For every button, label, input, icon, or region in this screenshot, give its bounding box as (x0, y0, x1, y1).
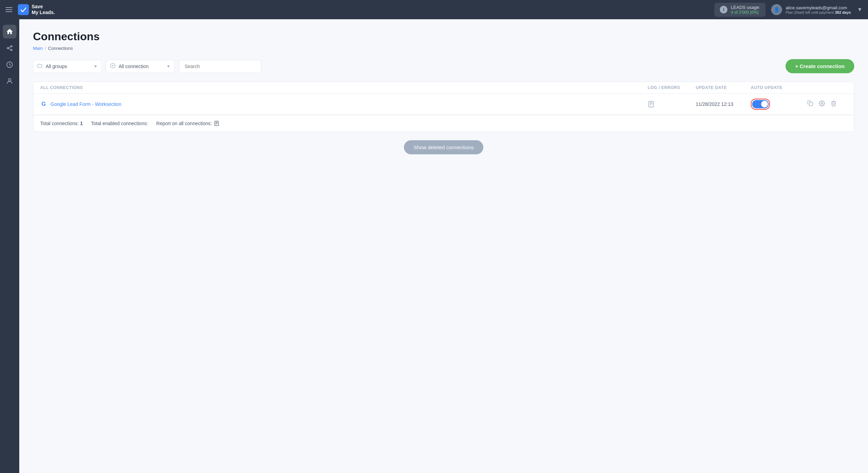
table-header: ALL CONNECTIONS LOG / ERRORS UPDATE DATE… (33, 82, 854, 94)
navbar-user: 👤 alice.savemyleads@gmail.com Plan |Star… (771, 4, 862, 15)
sidebar-item-billing[interactable] (3, 58, 17, 72)
connection-filter-wrapper: All connection ▼ (106, 60, 175, 73)
header-update-date: UPDATE DATE (696, 85, 751, 90)
auto-update-toggle-container (751, 99, 770, 110)
user-menu-chevron[interactable]: ▼ (857, 7, 862, 13)
header-connections: ALL CONNECTIONS (40, 85, 648, 90)
leads-usage-text: LEADS usage: 4 of 2'000 (0%) (731, 5, 760, 15)
search-wrapper (179, 60, 261, 73)
breadcrumb-separator: / (45, 46, 46, 51)
show-deleted-button[interactable]: Show deleted connections (404, 140, 483, 154)
page-title: Connections (33, 30, 854, 43)
breadcrumb-current: Connections (48, 46, 73, 51)
hamburger-menu[interactable] (6, 6, 12, 13)
toggle-knob (761, 101, 768, 108)
app-logo: Save My Leads. (18, 4, 55, 15)
logo-icon (18, 4, 29, 15)
duplicate-icon[interactable] (806, 99, 815, 109)
report-link[interactable]: Report on all connections: (156, 121, 220, 126)
svg-point-5 (11, 50, 12, 51)
svg-point-17 (821, 103, 823, 104)
avatar: 👤 (771, 4, 782, 15)
sidebar-item-account[interactable] (3, 74, 17, 88)
settings-icon[interactable] (817, 99, 826, 109)
header-auto-update: AUTO UPDATE (751, 85, 806, 90)
connection-name-link[interactable]: G Google Lead Form - Worksection (40, 101, 648, 108)
info-icon: i (720, 6, 727, 13)
svg-rect-2 (6, 11, 12, 12)
total-connections-label: Total connections: 1 (40, 121, 83, 126)
log-icon[interactable] (648, 101, 696, 108)
svg-point-3 (7, 47, 9, 49)
total-enabled-label: Total enabled connections: (91, 121, 148, 126)
table-footer: Total connections: 1 Total enabled conne… (33, 115, 854, 132)
row-actions (806, 99, 847, 109)
sidebar-item-connections[interactable] (3, 41, 17, 55)
leads-usage: i LEADS usage: 4 of 2'000 (0%) (714, 3, 766, 17)
groups-select[interactable]: All groups (33, 60, 102, 73)
svg-point-9 (8, 79, 11, 81)
create-connection-button[interactable]: + Create connection (785, 59, 854, 73)
svg-point-4 (11, 46, 12, 47)
breadcrumb-main-link[interactable]: Main (33, 46, 43, 51)
table-row: G Google Lead Form - Worksection 11/28/2… (33, 94, 854, 115)
google-icon: G (40, 101, 47, 108)
svg-rect-16 (809, 102, 813, 106)
navbar: Save My Leads. i LEADS usage: 4 of 2'000… (0, 0, 868, 19)
sidebar-item-home[interactable] (3, 25, 17, 38)
auto-update-cell (751, 99, 806, 110)
header-actions (806, 85, 847, 90)
layout: Connections Main / Connections All group… (0, 19, 868, 473)
user-info: alice.savemyleads@gmail.com Plan |Start|… (785, 5, 851, 14)
app-name: Save My Leads. (32, 4, 55, 15)
auto-update-toggle[interactable] (752, 100, 769, 108)
toolbar: All groups ▼ All connection ▼ (33, 59, 854, 73)
svg-rect-1 (6, 9, 12, 10)
svg-line-7 (8, 48, 11, 50)
connection-filter-select[interactable]: All connection (106, 60, 175, 73)
update-date: 11/28/2022 12:13 (696, 101, 751, 107)
header-log-errors: LOG / ERRORS (648, 85, 696, 90)
search-input[interactable] (179, 60, 261, 73)
groups-dropdown-wrapper: All groups ▼ (33, 60, 102, 73)
main-content: Connections Main / Connections All group… (19, 19, 868, 473)
navbar-center: i LEADS usage: 4 of 2'000 (0%) 👤 alice.s… (714, 3, 862, 17)
svg-rect-0 (6, 7, 12, 8)
svg-line-6 (8, 46, 11, 48)
breadcrumb: Main / Connections (33, 46, 854, 51)
delete-icon[interactable] (829, 99, 838, 109)
show-deleted-container: Show deleted connections (33, 140, 854, 154)
connections-table: ALL CONNECTIONS LOG / ERRORS UPDATE DATE… (33, 81, 854, 132)
sidebar (0, 19, 19, 473)
